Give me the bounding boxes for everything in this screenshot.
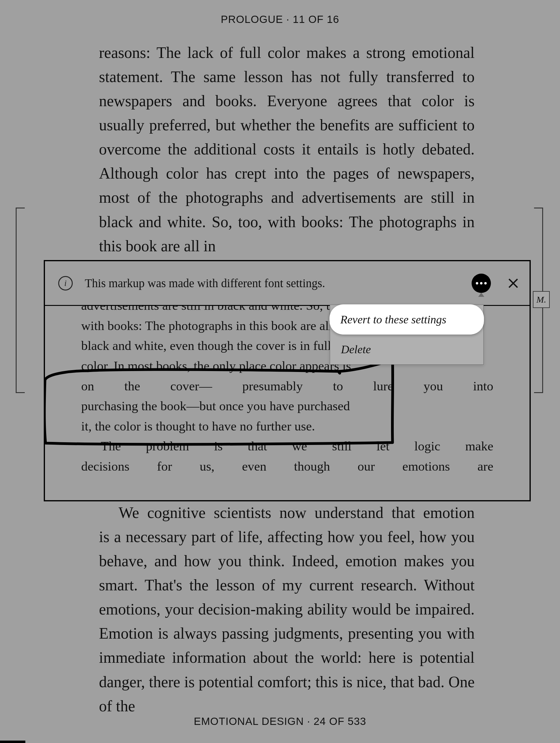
paragraph-text: is a necessary part of life, affecting h… [99,525,475,718]
revert-settings-option[interactable]: Revert to these settings [330,304,484,335]
options-popover: Revert to these settings Delete [330,305,484,365]
separator: · [286,13,290,25]
delete-option[interactable]: Delete [330,334,483,364]
selection-bracket-left[interactable] [16,208,25,393]
chapter-page-count: 11 OF 16 [293,13,339,25]
separator: · [307,715,310,727]
markup-overlay: i This markup was made with different fo… [44,260,531,501]
signature-icon: M. [536,295,547,304]
chapter-progress-header: PROLOGUE · 11 OF 16 [0,0,560,25]
option-label: Revert to these settings [340,313,446,326]
chapter-name: PROLOGUE [221,13,283,25]
book-progress-footer: EMOTIONAL DESIGN · 24 OF 533 [0,715,560,727]
close-button[interactable] [506,276,520,291]
overlay-text-line: purchasing the book—but once you have pu… [81,396,493,416]
book-title: EMOTIONAL DESIGN [194,715,304,727]
overlay-message: This markup was made with different font… [85,276,472,290]
more-options-button[interactable] [472,274,491,293]
paragraph-line: We cognitive scientists now understand t… [99,501,475,525]
book-page-count: 24 OF 533 [313,715,366,727]
reading-progress-bar [0,741,25,743]
reading-text-top[interactable]: reasons: The lack of full color makes a … [99,41,475,258]
overlay-text-line: The problem is that we still let logic m… [81,436,493,456]
overlay-header: i This markup was made with different fo… [45,261,529,306]
close-icon [507,277,520,290]
info-icon: i [58,276,73,291]
reading-text-bottom[interactable]: We cognitive scientists now understand t… [99,501,475,718]
overlay-text-line: on the cover— presumably to lure you int… [81,376,493,396]
signature-button[interactable]: M. [533,291,550,308]
paragraph-text: reasons: The lack of full color makes a … [99,44,475,255]
overlay-text-line: it, the color is thought to have no furt… [81,416,493,437]
option-label: Delete [341,343,371,356]
overlay-text-line: decisions for us, even though our emotio… [81,456,493,477]
